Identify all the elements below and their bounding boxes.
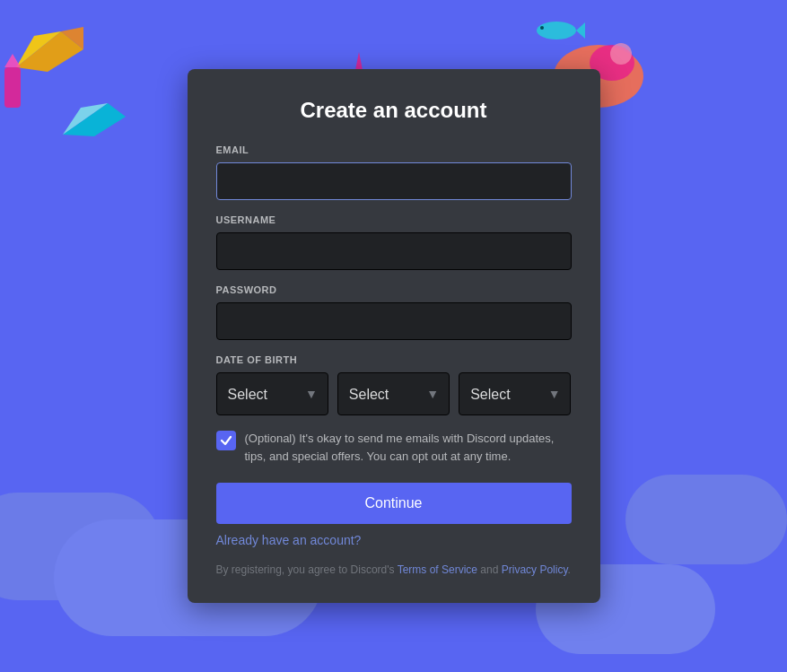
email-opt-in-row: (Optional) It's okay to send me emails w…	[216, 430, 572, 465]
day-select[interactable]: Select for(let i=1;i<=31;i++) document.w…	[337, 372, 450, 415]
password-label: PASSWORD	[216, 284, 572, 295]
svg-rect-3	[4, 67, 21, 108]
month-select[interactable]: Select January February March April May …	[216, 372, 328, 415]
tos-paragraph: By registering, you agree to Discord's T…	[216, 562, 572, 578]
tos-text-and: and	[477, 563, 502, 576]
svg-marker-11	[576, 22, 585, 39]
privacy-policy-link[interactable]: Privacy Policy	[502, 563, 568, 576]
continue-button[interactable]: Continue	[216, 483, 572, 524]
svg-marker-1	[16, 31, 61, 67]
bird-top-left-icon	[7, 22, 88, 76]
pink-flag-icon	[0, 49, 31, 112]
username-field-group: USERNAME	[216, 214, 572, 270]
svg-marker-5	[63, 103, 126, 136]
dob-label: DATE OF BIRTH	[216, 354, 572, 365]
svg-marker-4	[4, 54, 21, 67]
email-label: EMAIL	[216, 144, 572, 155]
svg-marker-2	[61, 27, 83, 49]
cyan-bird-icon	[58, 99, 130, 139]
month-select-wrap: Select January February March April May …	[216, 372, 328, 415]
checkmark-icon	[220, 434, 232, 447]
cloud-2	[625, 475, 787, 564]
password-input[interactable]	[216, 302, 572, 340]
cloud-1	[0, 493, 162, 600]
username-input[interactable]	[216, 232, 572, 270]
dob-selects-row: Select January February March April May …	[216, 372, 572, 415]
modal-title: Create an account	[216, 98, 572, 123]
tos-text-before: By registering, you agree to Discord's	[216, 563, 398, 576]
dob-field-group: DATE OF BIRTH Select January February Ma…	[216, 354, 572, 415]
username-label: USERNAME	[216, 214, 572, 225]
password-field-group: PASSWORD	[216, 284, 572, 340]
email-field-group: EMAIL	[216, 144, 572, 200]
email-opt-in-label: (Optional) It's okay to send me emails w…	[245, 430, 572, 465]
already-have-account-link[interactable]: Already have an account?	[216, 533, 572, 547]
create-account-modal: Create an account EMAIL USERNAME PASSWOR…	[188, 69, 600, 603]
svg-point-9	[610, 43, 632, 65]
terms-of-service-link[interactable]: Terms of Service	[398, 563, 477, 576]
tos-text-after: .	[568, 563, 571, 576]
svg-marker-0	[16, 31, 83, 72]
svg-point-10	[537, 22, 576, 39]
svg-marker-6	[63, 103, 108, 135]
year-select[interactable]: Select const yr = new Date().getFullYear…	[459, 372, 571, 415]
svg-point-12	[540, 26, 544, 30]
email-input[interactable]	[216, 162, 572, 200]
email-opt-in-checkbox[interactable]	[216, 431, 236, 450]
fish-icon	[531, 18, 585, 43]
day-select-wrap: Select for(let i=1;i<=31;i++) document.w…	[337, 372, 450, 415]
year-select-wrap: Select const yr = new Date().getFullYear…	[459, 372, 571, 415]
